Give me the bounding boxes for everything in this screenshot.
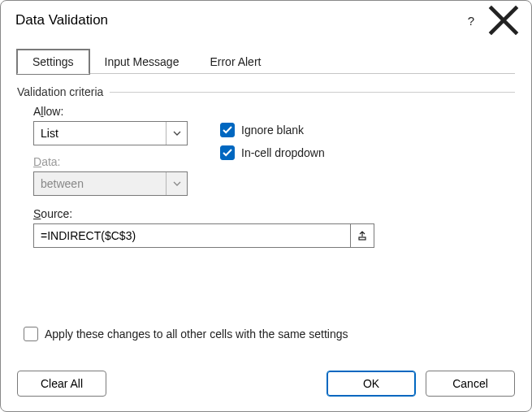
dialog-footer: Clear All OK Cancel	[1, 361, 531, 411]
checkbox-icon	[220, 145, 235, 160]
checkbox-icon	[24, 327, 38, 341]
data-validation-dialog: Data Validation ? Settings Input Message…	[0, 0, 532, 412]
tab-label: Settings	[32, 55, 74, 68]
apply-all-label: Apply these changes to all other cells w…	[45, 327, 348, 340]
help-button[interactable]: ?	[455, 8, 487, 33]
allow-combo[interactable]: List	[33, 121, 188, 145]
ignore-blank-label: Ignore blank	[241, 124, 304, 137]
titlebar: Data Validation ?	[1, 1, 531, 37]
data-label: Data:	[33, 155, 188, 168]
data-value: between	[34, 177, 166, 190]
tab-error-alert[interactable]: Error Alert	[194, 50, 276, 74]
tab-bar: Settings Input Message Error Alert	[17, 46, 515, 74]
criteria-form: Allow: List Data: between	[17, 98, 515, 248]
source-row: Source:	[33, 207, 515, 248]
tab-settings[interactable]: Settings	[17, 50, 89, 74]
clear-all-button[interactable]: Clear All	[17, 371, 106, 397]
close-button[interactable]	[487, 8, 520, 33]
close-icon	[487, 4, 520, 37]
range-selector-icon	[357, 230, 368, 241]
tab-label: Error Alert	[210, 55, 261, 68]
incell-dropdown-checkbox[interactable]: In-cell dropdown	[220, 145, 325, 160]
button-label: Clear All	[41, 377, 83, 390]
allow-label: Allow:	[33, 105, 188, 118]
dialog-title: Data Validation	[15, 12, 455, 28]
source-label: Source:	[33, 207, 515, 220]
incell-dropdown-label: In-cell dropdown	[241, 146, 325, 159]
tab-input-message[interactable]: Input Message	[89, 50, 195, 74]
apply-all-row: Apply these changes to all other cells w…	[17, 327, 515, 361]
group-divider	[110, 92, 515, 93]
allow-value: List	[34, 127, 166, 140]
group-title: Validation criteria	[17, 85, 103, 98]
dialog-body: Settings Input Message Error Alert Valid…	[1, 37, 531, 361]
validation-criteria-group: Validation criteria Allow: List	[17, 85, 515, 248]
ok-button[interactable]: OK	[327, 371, 416, 397]
help-icon: ?	[468, 14, 474, 28]
tab-label: Input Message	[105, 55, 179, 68]
checkbox-icon	[220, 123, 235, 137]
button-label: OK	[363, 377, 379, 390]
apply-all-checkbox[interactable]: Apply these changes to all other cells w…	[24, 327, 348, 341]
button-label: Cancel	[452, 377, 488, 390]
chevron-down-icon	[166, 172, 187, 195]
svg-rect-0	[359, 237, 365, 240]
chevron-down-icon	[166, 122, 187, 145]
data-combo: between	[33, 171, 188, 196]
cancel-button[interactable]: Cancel	[426, 371, 515, 397]
options-checks: Ignore blank In-cell dropdown	[220, 105, 325, 168]
range-selector-button[interactable]	[350, 223, 374, 248]
source-input[interactable]	[33, 223, 350, 248]
ignore-blank-checkbox[interactable]: Ignore blank	[220, 123, 325, 137]
